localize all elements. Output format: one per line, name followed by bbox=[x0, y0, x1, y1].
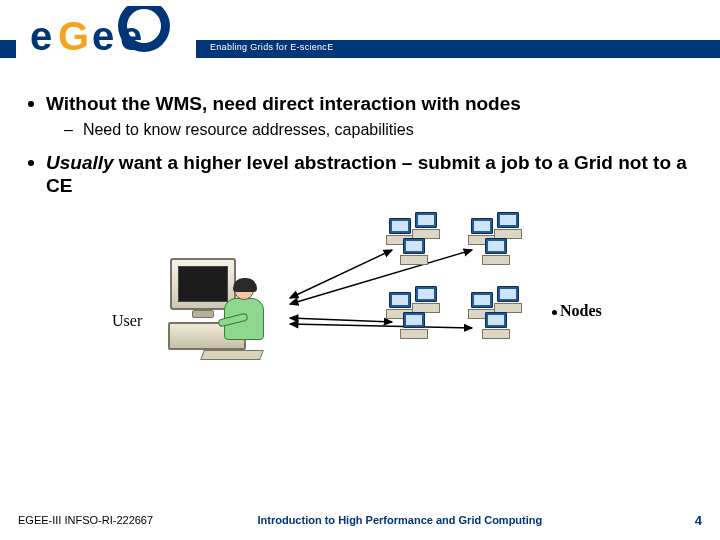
bullet-2-italic: Usually bbox=[46, 152, 114, 173]
svg-text:e: e bbox=[30, 14, 52, 58]
header-tagline: Enabling Grids for E-sciencE bbox=[210, 42, 333, 52]
person-icon bbox=[234, 280, 264, 340]
bullet-item-1-sub: – Need to know resource addresses, capab… bbox=[64, 120, 692, 141]
bullet-dash-icon: – bbox=[64, 120, 73, 141]
svg-line-9 bbox=[290, 324, 472, 328]
egee-logo: e G e e bbox=[16, 6, 196, 66]
bullet-item-2: Usually want a higher level abstraction … bbox=[28, 151, 692, 199]
svg-text:e: e bbox=[92, 14, 114, 58]
svg-line-7 bbox=[290, 250, 472, 304]
bullet-1-text: Without the WMS, need direct interaction… bbox=[46, 92, 521, 116]
nodes-label: Nodes bbox=[560, 302, 602, 320]
slide-header: Enabling Grids for E-sciencE e G e e bbox=[0, 0, 720, 72]
page-number: 4 bbox=[695, 513, 702, 528]
slide-footer: EGEE-III INFSO-RI-222667 Introduction to… bbox=[0, 500, 720, 540]
bullet-2-text: Usually want a higher level abstraction … bbox=[46, 151, 692, 199]
svg-line-8 bbox=[290, 318, 392, 322]
bullet-item-1: Without the WMS, need direct interaction… bbox=[28, 92, 692, 116]
slide-content: Without the WMS, need direct interaction… bbox=[0, 72, 720, 198]
bullet-dot-icon bbox=[552, 310, 557, 315]
arrows bbox=[0, 210, 720, 450]
user-computer-icon bbox=[168, 252, 288, 362]
bullet-1-sub-text: Need to know resource addresses, capabil… bbox=[83, 120, 414, 141]
svg-line-6 bbox=[290, 250, 392, 298]
svg-text:G: G bbox=[58, 14, 89, 58]
footer-left: EGEE-III INFSO-RI-222667 bbox=[18, 514, 153, 526]
bullet-2-rest: want a higher level abstraction – submit… bbox=[46, 152, 687, 197]
footer-center: Introduction to High Performance and Gri… bbox=[257, 514, 542, 526]
diagram: User Nodes bbox=[0, 210, 720, 450]
user-label: User bbox=[112, 312, 142, 330]
bullet-dot-icon bbox=[28, 160, 34, 166]
svg-text:e: e bbox=[120, 14, 142, 58]
bullet-dot-icon bbox=[28, 101, 34, 107]
